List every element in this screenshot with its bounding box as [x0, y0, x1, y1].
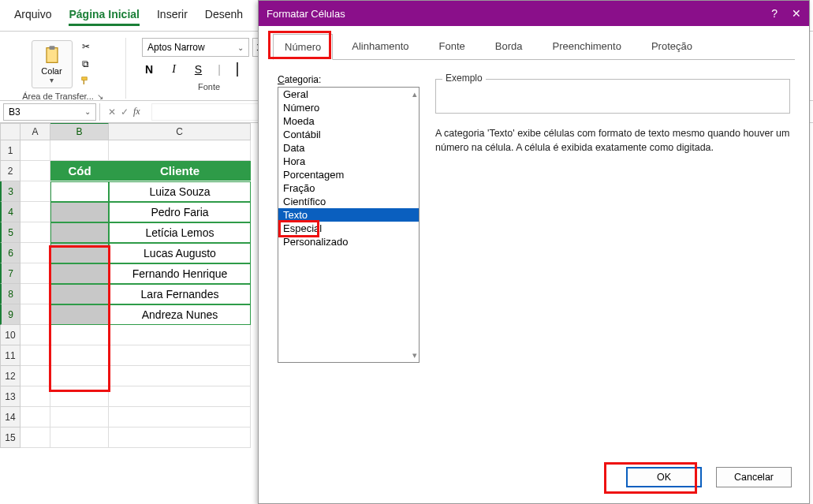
format-painter-icon[interactable]: [77, 74, 95, 88]
scroll-down-icon[interactable]: ▾: [412, 350, 417, 360]
ribbon-tab-inserir[interactable]: Inserir: [157, 8, 188, 26]
cell[interactable]: [21, 407, 50, 427]
cell[interactable]: [109, 407, 251, 427]
cell[interactable]: [50, 386, 109, 407]
cancel-formula-icon[interactable]: ✕: [108, 106, 116, 118]
cell-cliente[interactable]: Lara Fernandes: [109, 284, 251, 304]
cell-cod[interactable]: [50, 304, 109, 325]
cell[interactable]: [21, 161, 50, 181]
cell[interactable]: [50, 366, 109, 386]
cell-cliente[interactable]: Lucas Augusto: [109, 243, 251, 263]
row-header[interactable]: 1: [0, 140, 21, 161]
cell[interactable]: [50, 325, 109, 345]
cell[interactable]: [109, 386, 251, 407]
tab-alinhamento[interactable]: Alinhamento: [341, 34, 420, 60]
cut-icon[interactable]: ✂: [77, 39, 95, 54]
cell-cod[interactable]: [50, 284, 109, 304]
tab-borda[interactable]: Borda: [484, 34, 534, 60]
cell[interactable]: [109, 427, 251, 448]
cell-cliente[interactable]: Letícia Lemos: [109, 222, 251, 243]
category-listbox[interactable]: ▴ Geral Número Moeda Contábil Data Hora …: [278, 87, 420, 363]
category-item-texto[interactable]: Texto: [278, 208, 419, 222]
bold-button[interactable]: N: [142, 62, 156, 77]
cell-cod[interactable]: [50, 181, 109, 202]
cell-cliente[interactable]: Pedro Faria: [109, 202, 251, 222]
cell[interactable]: [109, 366, 251, 386]
cell[interactable]: [109, 325, 251, 345]
select-all-corner[interactable]: [0, 123, 21, 140]
row-header[interactable]: 10: [0, 325, 21, 345]
cell[interactable]: [21, 386, 50, 407]
tab-fonte[interactable]: Fonte: [428, 34, 476, 60]
category-item[interactable]: Data: [278, 141, 419, 155]
row-header[interactable]: 2: [0, 161, 21, 181]
close-button[interactable]: ✕: [792, 7, 801, 20]
col-header-b[interactable]: B: [50, 123, 109, 140]
category-item[interactable]: Especial: [278, 222, 419, 235]
col-header-c[interactable]: C: [109, 123, 251, 140]
cell[interactable]: [21, 304, 50, 325]
cell[interactable]: [50, 345, 109, 366]
row-header[interactable]: 8: [0, 284, 21, 304]
tab-protecao[interactable]: Proteção: [640, 34, 703, 60]
copy-icon[interactable]: ⧉: [77, 57, 95, 71]
cell[interactable]: [21, 140, 50, 161]
category-item[interactable]: Porcentagem: [278, 168, 419, 181]
row-header[interactable]: 7: [0, 263, 21, 284]
cancel-button[interactable]: Cancelar: [716, 467, 792, 487]
cell[interactable]: [21, 366, 50, 386]
row-header[interactable]: 5: [0, 222, 21, 243]
font-family-select[interactable]: Aptos Narrow ⌄: [142, 38, 249, 57]
row-header[interactable]: 15: [0, 427, 21, 448]
category-item[interactable]: Moeda: [278, 114, 419, 128]
cell[interactable]: [21, 263, 50, 284]
cell[interactable]: [50, 427, 109, 448]
cell[interactable]: [21, 345, 50, 366]
help-button[interactable]: ?: [771, 7, 778, 20]
cell[interactable]: [21, 243, 50, 263]
cell[interactable]: [21, 222, 50, 243]
cell-cod[interactable]: [50, 222, 109, 243]
cell[interactable]: [109, 140, 251, 161]
category-item[interactable]: Número: [278, 101, 419, 114]
cell-cod[interactable]: [50, 202, 109, 222]
row-header[interactable]: 11: [0, 345, 21, 366]
ribbon-tab-desenhar[interactable]: Desenh: [205, 8, 243, 26]
category-item[interactable]: Geral: [278, 88, 419, 101]
cell[interactable]: [50, 140, 109, 161]
cell[interactable]: [21, 284, 50, 304]
cell[interactable]: [109, 345, 251, 366]
category-item[interactable]: Contábil: [278, 128, 419, 141]
col-header-a[interactable]: A: [21, 123, 50, 140]
category-item[interactable]: Personalizado: [278, 235, 419, 248]
cell-cliente[interactable]: Fernando Henrique: [109, 263, 251, 284]
cell-cliente[interactable]: Andreza Nunes: [109, 304, 251, 325]
ribbon-tab-arquivo[interactable]: Arquivo: [14, 8, 51, 26]
row-header[interactable]: 4: [0, 202, 21, 222]
fx-icon[interactable]: fx: [133, 106, 140, 118]
underline-button[interactable]: S: [192, 62, 205, 77]
cell[interactable]: [50, 407, 109, 427]
row-header[interactable]: 6: [0, 243, 21, 263]
category-item[interactable]: Científico: [278, 195, 419, 208]
italic-button[interactable]: I: [169, 62, 179, 77]
dialog-launcher-icon[interactable]: ↘: [97, 92, 103, 101]
paste-button[interactable]: Colar ▾: [32, 40, 73, 88]
row-header[interactable]: 9: [0, 304, 21, 325]
table-header-cod[interactable]: Cód: [50, 161, 109, 181]
ribbon-tab-pagina-inicial[interactable]: Página Inicial: [69, 8, 139, 26]
cell-cod[interactable]: [50, 243, 109, 263]
row-header[interactable]: 12: [0, 366, 21, 386]
cell[interactable]: [21, 427, 50, 448]
enter-formula-icon[interactable]: ✓: [121, 106, 129, 118]
cell-cliente[interactable]: Luiza Souza: [109, 181, 251, 202]
table-header-cliente[interactable]: Cliente: [109, 161, 251, 181]
category-item[interactable]: Fração: [278, 181, 419, 195]
row-header[interactable]: 3: [0, 181, 21, 202]
scroll-up-icon[interactable]: ▴: [412, 89, 417, 99]
row-header[interactable]: 13: [0, 386, 21, 407]
category-item[interactable]: Hora: [278, 155, 419, 168]
cell[interactable]: [21, 202, 50, 222]
cell[interactable]: [21, 181, 50, 202]
cell[interactable]: [21, 325, 50, 345]
